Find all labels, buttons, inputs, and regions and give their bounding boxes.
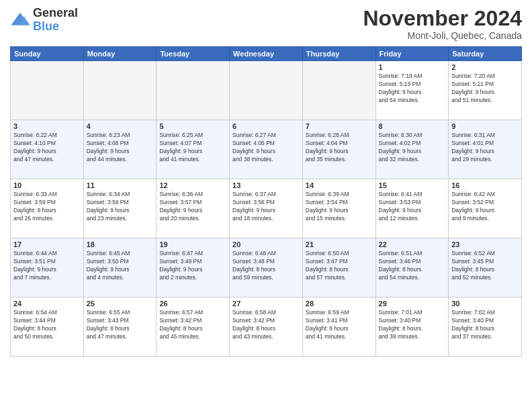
month-title: November 2024 [363, 7, 522, 30]
day-number: 14 [306, 181, 373, 189]
table-cell: 22Sunrise: 6:51 AM Sunset: 3:46 PM Dayli… [375, 238, 449, 298]
table-cell: 5Sunrise: 6:25 AM Sunset: 4:07 PM Daylig… [157, 120, 230, 179]
table-cell: 12Sunrise: 6:36 AM Sunset: 3:57 PM Dayli… [157, 179, 230, 238]
table-cell: 27Sunrise: 6:58 AM Sunset: 3:42 PM Dayli… [230, 298, 303, 357]
day-number: 3 [13, 122, 81, 130]
day-number: 28 [306, 300, 373, 308]
table-cell: 19Sunrise: 6:47 AM Sunset: 3:49 PM Dayli… [157, 238, 230, 298]
table-cell: 24Sunrise: 6:54 AM Sunset: 3:44 PM Dayli… [11, 298, 84, 357]
day-info: Sunrise: 6:28 AM Sunset: 4:04 PM Dayligh… [306, 132, 373, 164]
day-number: 20 [232, 240, 300, 248]
day-number: 9 [451, 122, 519, 130]
col-monday: Monday [83, 47, 157, 61]
table-cell: 28Sunrise: 6:59 AM Sunset: 3:41 PM Dayli… [302, 298, 375, 357]
day-number: 10 [13, 181, 81, 189]
header: General Blue November 2024 Mont-Joli, Qu… [10, 7, 522, 41]
day-number: 18 [87, 240, 154, 248]
day-info: Sunrise: 7:02 AM Sunset: 3:40 PM Dayligh… [451, 309, 519, 341]
logo-line1: General [33, 7, 78, 20]
table-cell: 2Sunrise: 7:20 AM Sunset: 5:11 PM Daylig… [449, 61, 522, 120]
calendar: Sunday Monday Tuesday Wednesday Thursday… [10, 46, 522, 357]
table-cell: 17Sunrise: 6:44 AM Sunset: 3:51 PM Dayli… [11, 238, 84, 298]
calendar-week-1: 1Sunrise: 7:19 AM Sunset: 5:13 PM Daylig… [11, 61, 522, 120]
day-info: Sunrise: 6:47 AM Sunset: 3:49 PM Dayligh… [159, 250, 226, 282]
table-cell: 10Sunrise: 6:33 AM Sunset: 3:59 PM Dayli… [11, 179, 84, 238]
col-thursday: Thursday [302, 47, 375, 61]
day-number: 2 [451, 63, 519, 71]
day-number: 24 [13, 300, 81, 308]
table-cell [157, 61, 230, 120]
table-cell: 30Sunrise: 7:02 AM Sunset: 3:40 PM Dayli… [449, 298, 522, 357]
calendar-week-5: 24Sunrise: 6:54 AM Sunset: 3:44 PM Dayli… [11, 298, 522, 357]
table-cell: 4Sunrise: 6:23 AM Sunset: 4:08 PM Daylig… [83, 120, 157, 179]
col-tuesday: Tuesday [157, 47, 230, 61]
day-info: Sunrise: 6:44 AM Sunset: 3:51 PM Dayligh… [13, 250, 81, 282]
day-info: Sunrise: 7:01 AM Sunset: 3:40 PM Dayligh… [379, 309, 446, 341]
table-cell: 6Sunrise: 6:27 AM Sunset: 4:05 PM Daylig… [230, 120, 303, 179]
calendar-week-3: 10Sunrise: 6:33 AM Sunset: 3:59 PM Dayli… [11, 179, 522, 238]
day-number: 7 [306, 122, 373, 130]
logo: General Blue [10, 7, 78, 34]
table-cell [230, 61, 303, 120]
day-number: 4 [87, 122, 154, 130]
day-number: 30 [451, 300, 519, 308]
day-info: Sunrise: 6:42 AM Sunset: 3:52 PM Dayligh… [451, 191, 519, 223]
day-info: Sunrise: 6:52 AM Sunset: 3:45 PM Dayligh… [451, 250, 519, 282]
day-number: 23 [451, 240, 519, 248]
day-number: 17 [13, 240, 81, 248]
calendar-week-2: 3Sunrise: 6:22 AM Sunset: 4:10 PM Daylig… [11, 120, 522, 179]
table-cell: 14Sunrise: 6:39 AM Sunset: 3:54 PM Dayli… [302, 179, 375, 238]
table-cell: 23Sunrise: 6:52 AM Sunset: 3:45 PM Dayli… [449, 238, 522, 298]
day-info: Sunrise: 6:34 AM Sunset: 3:58 PM Dayligh… [87, 191, 154, 223]
day-number: 8 [379, 122, 446, 130]
day-info: Sunrise: 6:58 AM Sunset: 3:42 PM Dayligh… [232, 309, 300, 341]
day-info: Sunrise: 6:31 AM Sunset: 4:01 PM Dayligh… [451, 132, 519, 164]
day-info: Sunrise: 6:50 AM Sunset: 3:47 PM Dayligh… [306, 250, 373, 282]
day-info: Sunrise: 6:59 AM Sunset: 3:41 PM Dayligh… [306, 309, 373, 341]
day-info: Sunrise: 6:22 AM Sunset: 4:10 PM Dayligh… [13, 132, 81, 164]
calendar-week-4: 17Sunrise: 6:44 AM Sunset: 3:51 PM Dayli… [11, 238, 522, 298]
col-sunday: Sunday [11, 47, 84, 61]
table-cell: 15Sunrise: 6:41 AM Sunset: 3:53 PM Dayli… [375, 179, 449, 238]
day-number: 29 [379, 300, 446, 308]
day-number: 26 [159, 300, 226, 308]
table-cell: 18Sunrise: 6:45 AM Sunset: 3:50 PM Dayli… [83, 238, 157, 298]
table-cell: 20Sunrise: 6:48 AM Sunset: 3:48 PM Dayli… [230, 238, 303, 298]
table-cell: 25Sunrise: 6:55 AM Sunset: 3:43 PM Dayli… [83, 298, 157, 357]
day-info: Sunrise: 6:23 AM Sunset: 4:08 PM Dayligh… [87, 132, 154, 164]
day-info: Sunrise: 6:55 AM Sunset: 3:43 PM Dayligh… [87, 309, 154, 341]
day-info: Sunrise: 6:25 AM Sunset: 4:07 PM Dayligh… [159, 132, 226, 164]
day-number: 13 [232, 181, 300, 189]
logo-text: General Blue [33, 7, 78, 34]
day-info: Sunrise: 6:45 AM Sunset: 3:50 PM Dayligh… [87, 250, 154, 282]
day-info: Sunrise: 6:48 AM Sunset: 3:48 PM Dayligh… [232, 250, 300, 282]
day-number: 11 [87, 181, 154, 189]
day-number: 27 [232, 300, 300, 308]
day-info: Sunrise: 6:54 AM Sunset: 3:44 PM Dayligh… [13, 309, 81, 341]
day-info: Sunrise: 6:30 AM Sunset: 4:02 PM Dayligh… [379, 132, 446, 164]
day-info: Sunrise: 6:51 AM Sunset: 3:46 PM Dayligh… [379, 250, 446, 282]
day-number: 15 [379, 181, 446, 189]
day-number: 16 [451, 181, 519, 189]
table-cell: 13Sunrise: 6:37 AM Sunset: 3:56 PM Dayli… [230, 179, 303, 238]
day-number: 12 [159, 181, 226, 189]
day-info: Sunrise: 6:37 AM Sunset: 3:56 PM Dayligh… [232, 191, 300, 223]
col-wednesday: Wednesday [230, 47, 303, 61]
day-number: 21 [306, 240, 373, 248]
day-info: Sunrise: 6:39 AM Sunset: 3:54 PM Dayligh… [306, 191, 373, 223]
table-cell: 9Sunrise: 6:31 AM Sunset: 4:01 PM Daylig… [449, 120, 522, 179]
day-number: 6 [232, 122, 300, 130]
day-number: 19 [159, 240, 226, 248]
page: General Blue November 2024 Mont-Joli, Qu… [0, 0, 532, 411]
title-block: November 2024 Mont-Joli, Quebec, Canada [363, 7, 522, 41]
day-info: Sunrise: 6:27 AM Sunset: 4:05 PM Dayligh… [232, 132, 300, 164]
calendar-header-row: Sunday Monday Tuesday Wednesday Thursday… [11, 47, 522, 61]
table-cell: 7Sunrise: 6:28 AM Sunset: 4:04 PM Daylig… [302, 120, 375, 179]
day-info: Sunrise: 7:20 AM Sunset: 5:11 PM Dayligh… [451, 73, 519, 105]
table-cell [11, 61, 84, 120]
logo-line2: Blue [33, 20, 78, 34]
day-info: Sunrise: 6:57 AM Sunset: 3:42 PM Dayligh… [159, 309, 226, 341]
table-cell: 3Sunrise: 6:22 AM Sunset: 4:10 PM Daylig… [11, 120, 84, 179]
table-cell: 26Sunrise: 6:57 AM Sunset: 3:42 PM Dayli… [157, 298, 230, 357]
table-cell [302, 61, 375, 120]
